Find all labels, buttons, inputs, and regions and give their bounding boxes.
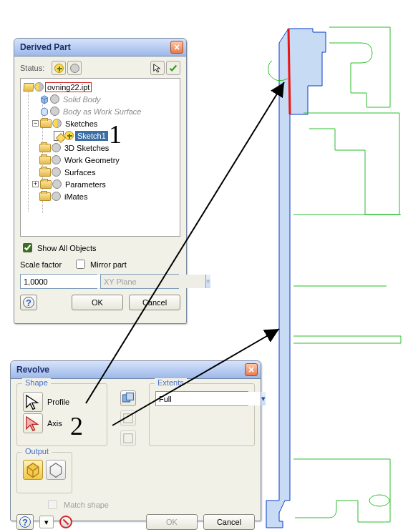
shape-group: Shape Profile Axis [16,383,107,446]
show-all-objects-label: Show All Objects [37,244,97,252]
revolve-title: Revolve [16,365,49,375]
status-icon [50,107,59,116]
axis-select-button[interactable] [23,413,43,433]
tree-label: Body as Work Surface [61,107,143,117]
profile-select-button[interactable] [23,392,43,412]
select-cursor-button[interactable] [150,61,165,75]
status-icon [64,131,74,140]
output-legend: Output [22,447,52,455]
extents-combo[interactable]: ▾ [155,391,248,406]
status-exclude-button[interactable] [67,61,82,75]
axis-label: Axis [47,419,62,428]
dropdown-arrow-icon: ▾ [205,275,210,288]
match-shape-row: Match shape [45,498,255,511]
status-include-button[interactable] [52,61,66,75]
status-icon [50,94,59,104]
tree-label: Surfaces [62,167,97,177]
folder-icon [40,180,52,189]
svg-line-0 [288,29,290,114]
collapse-toggle[interactable]: − [32,120,39,127]
close-button[interactable] [170,41,183,54]
cancel-button[interactable]: Cancel [203,514,255,530]
mirror-part-row[interactable]: Mirror part [73,257,127,271]
status-icon [52,192,61,201]
show-all-objects-checkbox[interactable] [23,243,32,252]
no-entry-icon[interactable] [59,516,72,528]
svg-rect-5 [127,393,134,400]
mirror-part-label: Mirror part [90,260,127,269]
dropdown-arrow-icon[interactable]: ▾ [261,392,266,405]
revolve-dialog: Revolve Shape Profile Axis [10,360,261,521]
profile-label: Profile [47,398,69,406]
tree-imates[interactable]: iMates [21,190,180,202]
tree-label: Sketches [63,119,99,129]
tree-parameters[interactable]: + Parameters [21,178,180,190]
tree-surfaces[interactable]: Surfaces [21,166,180,178]
ok-button: OK [146,514,198,530]
tree-label: Solid Body [61,94,103,104]
svg-point-3 [369,495,389,506]
status-icon [52,179,62,189]
part-icon [23,83,34,92]
folder-icon [39,144,51,152]
output-surface-button[interactable] [46,460,66,480]
output-group: Output [16,452,72,493]
extents-input[interactable] [156,392,261,405]
annotation-1: 1 [109,119,122,149]
extents-legend: Extents [155,378,187,387]
output-solid-button[interactable] [23,460,43,480]
boolean-new-button[interactable] [120,390,136,406]
extents-group: Extents ▾ [149,383,255,446]
scale-factor-combo[interactable]: ▶ [20,274,97,289]
close-button[interactable] [245,363,258,376]
tree-3d-sketches[interactable]: 3D Sketches [21,142,180,154]
expand-more-button[interactable]: ▾ [39,516,54,528]
tree-work-geometry[interactable]: Work Geometry [21,154,180,166]
accept-button[interactable] [166,61,180,75]
tree-label: Parameters [63,179,108,189]
help-button[interactable] [16,514,34,530]
expand-toggle[interactable]: + [32,181,39,187]
tree-sketches[interactable]: − Sketches [21,117,180,129]
tree-body-work-surface[interactable]: Body as Work Surface [21,105,180,117]
annotation-2: 2 [70,411,83,441]
mirror-plane-input [101,275,205,288]
cube-icon [39,107,49,117]
boolean-cut-button [120,410,136,426]
mirror-part-checkbox[interactable] [76,260,85,269]
mirror-plane-combo: ▾ [100,274,179,289]
cube-icon [39,94,49,104]
revolve-titlebar[interactable]: Revolve [11,361,261,379]
boolean-intersect-button [120,430,136,446]
tree-label: 3D Sketches [62,143,111,153]
revolve-profile [266,29,326,528]
match-shape-label: Match shape [64,501,109,509]
ok-button[interactable]: OK [72,295,123,310]
revolve-axis-line [288,29,290,114]
tree-label: Sketch1 [75,131,108,141]
tree-root-label: ovning22.ipt [45,82,92,92]
status-icon [34,82,44,92]
status-icon [52,119,62,128]
tree-root[interactable]: ovning22.ipt [21,81,180,93]
folder-icon [39,192,51,201]
cancel-button[interactable]: Cancel [129,295,180,310]
derived-part-titlebar[interactable]: Derived Part [14,39,186,56]
help-button[interactable] [20,295,37,310]
status-icon [52,167,61,177]
object-tree[interactable]: ovning22.ipt Solid Body Body as Work Sur… [20,78,180,237]
folder-icon [39,168,51,177]
scale-factor-label: Scale factor [20,260,62,269]
folder-icon [39,156,51,164]
derived-part-dialog: Derived Part Status: [14,38,187,324]
derived-part-title: Derived Part [20,42,71,52]
tree-label: Work Geometry [62,155,122,165]
sketch-icon [54,131,64,141]
tree-sketch1[interactable]: Sketch1 [21,129,180,142]
show-all-objects-row[interactable]: Show All Objects [20,241,180,255]
svg-rect-7 [124,434,133,443]
status-icon [52,143,61,152]
tree-solid-body[interactable]: Solid Body [21,93,180,105]
svg-rect-6 [124,414,133,423]
status-label: Status: [20,64,44,72]
